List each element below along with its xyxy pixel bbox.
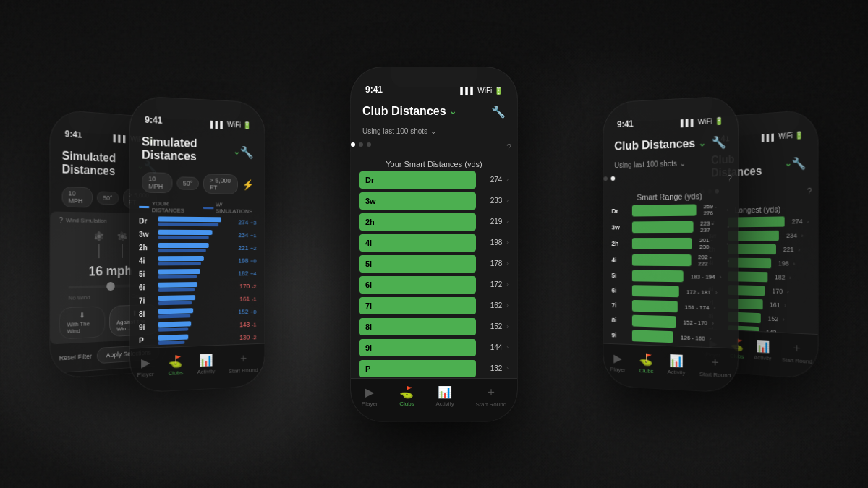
status-time-right: 9:41 [617,119,634,129]
list-item: 8i 152 - 170 › [612,314,729,329]
list-item: 9i 144 › [359,339,509,356]
app-header-left: Simulated Distances ⌄ 🔧 [130,129,265,171]
filter-bar-left: 10 MPH 50° > 5,000 FT ⚡ [130,167,265,199]
bottom-nav-right: ▶Player ⛳Clubs 📊Activity ＋Start Round [603,343,738,392]
legend-left: YOUR DISTANCES W/ SIMULATIONS [130,197,265,218]
list-item: 2h 221 +2 [139,242,256,252]
list-item: 7i 162 › [359,297,509,314]
list-item: 2h 201 - 230 › [612,236,729,249]
list-item: Dr 274 +3 [139,216,256,226]
list-item: 7i 151 - 174 › [612,299,729,314]
svg-rect-5 [122,244,123,258]
list-item: 5i 178 › [359,255,509,273]
list-item: 9i 126 - 160 › [612,329,729,345]
list-item: 3w 234 +1 [139,229,256,239]
phone-left: 9:41 ▌▌▌ WiFi 🔋 Simulated Distances ⌄ 🔧 … [130,95,265,392]
list-item: 8i 152 › [359,318,509,335]
bottom-nav-center: ▶Player ⛳Clubs 📊Activity ＋Start Round [351,378,517,421]
list-item: 4i 198 +0 [139,255,256,265]
section-title-right: Smart Range (yds) [603,188,738,205]
section-title-center: Your Smart Distances (yds) [351,157,517,171]
reset-filter-button[interactable]: Reset Filter [59,348,93,366]
list-item: Dr 274 › [359,171,509,189]
list-item: 5i 182 +4 [139,268,256,279]
list-item: 4i 202 - 222 › [612,253,729,267]
phones-container: 9:41 ▌▌▌ WiFi 🔋 Simulated Distances ⌄ 🔧 … [0,0,868,488]
notch-center [391,67,477,87]
status-time-left: 9:41 [145,114,162,125]
club-list-left: Dr 274 +3 3w 234 +1 2h 221 +2 4i [130,216,265,348]
svg-rect-0 [98,243,100,257]
list-item: Dr 259 - 276 › [612,202,729,217]
club-list-right: Dr 259 - 276 › 3w 223 - 237 › 2h 201 - 2… [603,202,738,348]
tab-dots-center: ? [351,138,517,157]
shot-filter-center: Using last 100 shots ⌄ [351,124,517,138]
list-item: 5i 183 - 194 › [612,270,729,283]
list-item: 9i 143 -1 [139,319,256,332]
list-item: 4i 198 › [359,234,509,252]
list-item: 2h 219 › [359,213,509,231]
list-item: P 130 -2 [139,332,256,346]
notch-right [627,97,712,121]
list-item: 6i 172 - 181 › [612,284,729,298]
tab-dots-right: ? [603,168,738,190]
phone-right: 9:41 ▌▌▌ WiFi 🔋 Club Distances ⌄ 🔧 Using… [603,95,738,392]
list-item: 8i 152 +0 [139,307,256,319]
phone-center: 9:41 ▌▌▌ WiFi 🔋 Club Distances ⌄ 🔧 Using… [351,67,517,421]
list-item: 6i 172 › [359,276,509,294]
list-item: 6i 170 -2 [139,281,256,292]
list-item: P 132 › [359,360,509,377]
status-time-center: 9:41 [365,85,383,95]
club-list-center: Dr 274 › 3w 233 › 2h 219 › 4i 198 › 5i [351,171,517,378]
list-item: 7i 161 -1 [139,294,256,305]
bottom-nav-left: ▶Player ⛳Clubs 📊Activity ＋Start Round [130,343,265,392]
list-item: 3w 223 - 237 › [612,220,729,234]
app-header-center: Club Distances ⌄ 🔧 [351,99,517,124]
list-item: 3w 233 › [359,192,509,210]
notch-left [156,97,240,121]
